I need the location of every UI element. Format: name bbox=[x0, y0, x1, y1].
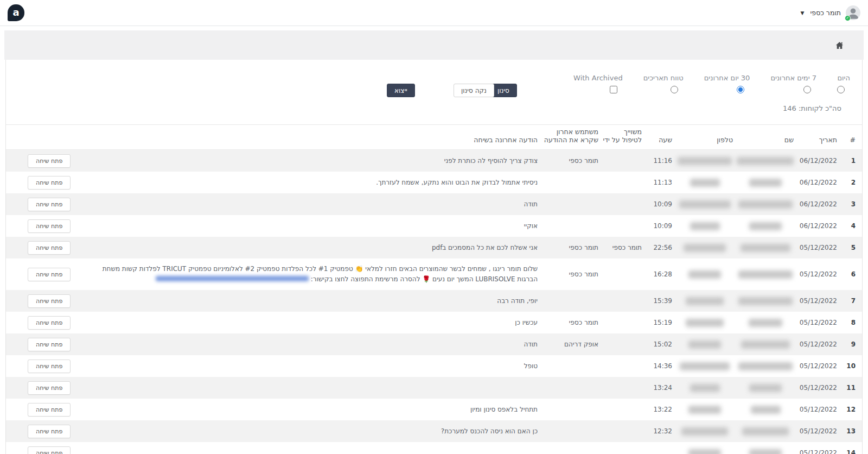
row-actions: פתח שיחה bbox=[6, 154, 71, 168]
redacted-name-blur bbox=[741, 340, 790, 349]
row-phone-redacted bbox=[672, 179, 733, 187]
row-name-redacted bbox=[733, 179, 794, 187]
redacted-phone-blur bbox=[684, 244, 726, 252]
header-last-message: הודעה אחרונה בשיחה bbox=[71, 136, 538, 144]
open-chat-button[interactable]: פתח שיחה bbox=[28, 219, 71, 233]
top-navbar: ✓ תומר כספי ▼ a bbox=[0, 0, 868, 26]
header-time: שעה bbox=[642, 136, 672, 144]
table-row: 4 06/12/2022 10:09 אוקיי פתח שיחה bbox=[6, 215, 862, 237]
row-time: 10:09 bbox=[642, 200, 672, 208]
row-phone-redacted bbox=[672, 384, 733, 392]
row-date: 06/12/2022 bbox=[794, 157, 837, 165]
redacted-phone-blur bbox=[690, 222, 720, 230]
user-menu[interactable]: ✓ תומר כספי ▼ bbox=[801, 5, 860, 20]
clear-filter-button[interactable]: נקה סינון bbox=[454, 84, 494, 97]
row-phone-redacted bbox=[672, 362, 733, 370]
open-chat-button[interactable]: פתח שיחה bbox=[28, 316, 71, 330]
filter-option: היום bbox=[837, 74, 850, 93]
redacted-link-blur[interactable] bbox=[156, 276, 309, 281]
table-row: 3 06/12/2022 10:09 תודה פתח שיחה bbox=[6, 193, 862, 215]
row-actions: פתח שיחה bbox=[6, 338, 71, 351]
row-actions: פתח שיחה bbox=[6, 360, 71, 373]
row-phone-redacted bbox=[672, 270, 733, 279]
row-index: 12 bbox=[837, 406, 856, 413]
row-index: 2 bbox=[837, 179, 856, 186]
row-time: 10:09 bbox=[642, 222, 672, 230]
filter-option-control[interactable] bbox=[610, 86, 617, 93]
user-name: תומר כספי bbox=[810, 9, 841, 17]
redacted-name-blur bbox=[749, 319, 782, 327]
row-name-redacted bbox=[733, 297, 794, 305]
table-body: 1 06/12/2022 11:16 תומר כספי צודק צריך ל… bbox=[6, 150, 862, 454]
row-name-redacted bbox=[733, 406, 794, 414]
open-chat-button[interactable]: פתח שיחה bbox=[28, 425, 71, 438]
home-icon[interactable] bbox=[835, 41, 844, 50]
filter-option-control[interactable] bbox=[837, 86, 845, 93]
row-last-message: אוקיי bbox=[71, 221, 538, 231]
open-chat-button[interactable]: פתח שיחה bbox=[28, 381, 71, 395]
open-chat-button[interactable]: פתח שיחה bbox=[28, 446, 71, 454]
open-chat-button[interactable]: פתח שיחה bbox=[28, 360, 71, 373]
date-range-filter-group: היום 7 ימים אחרונים 30 יום אחרונים טווח … bbox=[573, 74, 850, 93]
open-chat-button[interactable]: פתח שיחה bbox=[28, 154, 71, 168]
row-phone-redacted bbox=[672, 157, 733, 165]
app-logo[interactable]: a bbox=[8, 4, 24, 21]
chevron-down-icon[interactable]: ▼ bbox=[801, 10, 805, 16]
redacted-name-blur bbox=[749, 222, 782, 230]
row-date: 05/12/2022 bbox=[794, 244, 837, 251]
redacted-phone-blur bbox=[679, 200, 731, 209]
export-button[interactable]: ייצוא bbox=[387, 84, 415, 97]
filter-option-control[interactable] bbox=[671, 86, 678, 93]
filter-option: טווח תאריכים bbox=[643, 74, 684, 93]
row-last-reader: תומר כספי bbox=[538, 270, 598, 278]
filter-option-label: 30 יום אחרונים bbox=[704, 74, 750, 82]
table-row: 6 05/12/2022 16:28 תומר כספי שלום תומר ר… bbox=[6, 258, 862, 290]
open-chat-button[interactable]: פתח שיחה bbox=[28, 198, 71, 211]
row-name-redacted bbox=[733, 222, 794, 230]
open-chat-button[interactable]: פתח שיחה bbox=[28, 176, 71, 190]
row-name-redacted bbox=[733, 449, 794, 454]
avatar[interactable]: ✓ bbox=[846, 5, 860, 20]
header-last-reader: משתמש אחרון שקרא את ההודעה bbox=[538, 128, 598, 144]
header-date: תאריך bbox=[794, 136, 837, 144]
row-actions: פתח שיחה bbox=[6, 241, 71, 255]
row-name-redacted bbox=[733, 200, 794, 209]
redacted-phone-blur bbox=[688, 270, 721, 279]
table-row: 14 05/12/2022 פתח שיחה bbox=[6, 442, 862, 454]
redacted-name-blur bbox=[749, 384, 782, 392]
row-phone-redacted bbox=[672, 319, 733, 327]
filter-option-control[interactable] bbox=[737, 86, 744, 93]
row-date: 05/12/2022 bbox=[794, 427, 837, 435]
row-phone-redacted bbox=[672, 244, 733, 252]
row-actions: פתח שיחה bbox=[6, 316, 71, 330]
open-chat-button[interactable]: פתח שיחה bbox=[28, 241, 71, 255]
open-chat-button[interactable]: פתח שיחה bbox=[28, 403, 71, 417]
row-date: 05/12/2022 bbox=[794, 319, 837, 326]
filter-option-control[interactable] bbox=[803, 86, 811, 93]
row-phone-redacted bbox=[672, 427, 733, 436]
open-chat-button[interactable]: פתח שיחה bbox=[28, 338, 71, 351]
row-actions: פתח שיחה bbox=[6, 268, 71, 281]
row-time: 14:36 bbox=[642, 362, 672, 370]
table-row: 13 05/12/2022 12:32 כן האם הוא ניסה להכנ… bbox=[6, 420, 862, 442]
breadcrumb-bar bbox=[4, 30, 864, 60]
redacted-name-blur bbox=[749, 449, 782, 454]
open-chat-button[interactable]: פתח שיחה bbox=[28, 294, 71, 308]
redacted-phone-blur bbox=[681, 427, 728, 436]
row-time: 16:28 bbox=[642, 270, 672, 278]
row-phone-redacted bbox=[672, 406, 733, 414]
online-check-icon: ✓ bbox=[845, 15, 851, 21]
row-name-redacted bbox=[733, 319, 794, 327]
open-chat-button[interactable]: פתח שיחה bbox=[28, 268, 71, 281]
table-row: 10 05/12/2022 14:36 טופל פתח שיחה bbox=[6, 355, 862, 377]
redacted-name-blur bbox=[751, 406, 781, 414]
table-row: 1 06/12/2022 11:16 תומר כספי צודק צריך ל… bbox=[6, 150, 862, 172]
header-assigned: משוייך לטיפול על ידי bbox=[598, 128, 642, 144]
row-actions: פתח שיחה bbox=[6, 446, 71, 454]
row-actions: פתח שיחה bbox=[6, 198, 71, 211]
row-index: 13 bbox=[837, 427, 856, 435]
row-last-message: יופי, תודה רבה bbox=[71, 296, 538, 306]
row-time: 11:16 bbox=[642, 157, 672, 165]
row-index: 1 bbox=[837, 157, 856, 165]
filter-option-label: 7 ימים אחרונים bbox=[770, 74, 816, 82]
